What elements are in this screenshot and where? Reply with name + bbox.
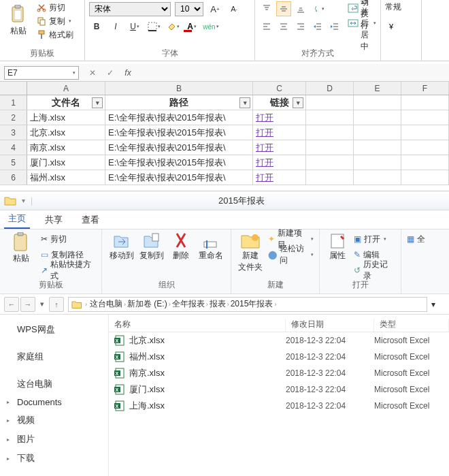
fx-icon[interactable]: fx — [121, 66, 135, 80]
cell-filename[interactable]: 厦门.xlsx — [27, 155, 105, 170]
cell-path[interactable]: E:\全年报表\报表\2015年报表\ — [105, 155, 253, 170]
merge-center-button[interactable]: 合并后居中▾ — [348, 16, 376, 30]
nav-homegroup[interactable]: 家庭组 — [3, 347, 105, 366]
col-D[interactable]: D — [306, 82, 354, 95]
file-row[interactable]: X福州.xlsx 2018-12-3 22:04 Microsoft Excel — [109, 349, 449, 365]
ex-delete-button[interactable]: 删除 — [167, 232, 196, 261]
row-5[interactable]: 5 — [0, 155, 27, 170]
header-link[interactable]: 链接 — [253, 95, 306, 110]
align-center-button[interactable] — [276, 19, 291, 34]
ex-cut-button[interactable]: ✂剪切 — [41, 232, 97, 246]
header-path[interactable]: 路径 — [105, 95, 253, 110]
copy-button[interactable]: 复制▾ — [37, 15, 73, 27]
cut-button[interactable]: 剪切 — [37, 1, 73, 14]
cell-path[interactable]: E:\全年报表\报表\2015年报表\ — [105, 140, 253, 155]
number-format-select[interactable]: 常规 — [385, 1, 417, 15]
cell-link[interactable]: 打开 — [253, 170, 306, 185]
cell-filename[interactable]: 福州.xlsx — [27, 170, 105, 185]
formula-input[interactable] — [139, 66, 445, 80]
cell-link[interactable]: 打开 — [253, 155, 306, 170]
increase-indent-button[interactable] — [327, 19, 342, 34]
align-top-button[interactable] — [259, 1, 274, 16]
paste-button[interactable]: 粘贴 — [4, 1, 33, 37]
border-button[interactable]: ▾ — [146, 19, 161, 34]
grow-font-button[interactable]: A+ — [207, 1, 222, 16]
tab-home[interactable]: 主页 — [4, 210, 30, 229]
col-B[interactable]: B — [105, 82, 253, 95]
worksheet[interactable]: A B C D E F 1 文件名 路径 链接 2 上海.xlsx E:\全年报… — [0, 82, 449, 185]
nav-up-button[interactable]: ↑ — [49, 297, 64, 312]
cell-path[interactable]: E:\全年报表\报表\2015年报表\ — [105, 170, 253, 185]
cell-link[interactable]: 打开 — [253, 110, 306, 125]
nav-downloads[interactable]: ▸下载 — [3, 449, 105, 468]
ex-newfolder-button[interactable]: 新建 文件夹 — [237, 232, 264, 273]
orientation-button[interactable]: ⤹▾ — [310, 1, 325, 16]
row-6[interactable]: 6 — [0, 170, 27, 185]
accept-formula-button[interactable]: ✓ — [103, 66, 117, 80]
name-box[interactable]: E7 ▾ — [4, 66, 79, 80]
col-header-type[interactable]: 类型 — [374, 319, 449, 332]
underline-button[interactable]: U▾ — [127, 19, 142, 34]
font-size-select[interactable]: 10 — [175, 2, 203, 16]
file-row[interactable]: X南京.xlsx 2018-12-3 22:04 Microsoft Excel — [109, 365, 449, 381]
col-E[interactable]: E — [354, 82, 401, 95]
ex-copy-button[interactable]: 复制到 — [137, 232, 166, 261]
crumb[interactable]: 这台电脑 — [90, 299, 122, 308]
cell-link[interactable]: 打开 — [253, 125, 306, 140]
header-filename[interactable]: 文件名 — [27, 95, 105, 110]
format-painter-button[interactable]: 格式刷 — [37, 29, 73, 41]
tab-view[interactable]: 查看 — [78, 211, 103, 229]
file-row[interactable]: X厦门.xlsx 2018-12-3 22:04 Microsoft Excel — [109, 381, 449, 398]
col-header-date[interactable]: 修改日期 — [286, 319, 374, 332]
shrink-font-button[interactable]: A- — [227, 1, 242, 16]
decrease-indent-button[interactable] — [310, 19, 325, 34]
cell-path[interactable]: E:\全年报表\报表\2015年报表\ — [105, 110, 253, 125]
nav-recent-button[interactable]: ▾ — [37, 297, 48, 312]
select-all-corner[interactable] — [0, 82, 27, 95]
row-1[interactable]: 1 — [0, 95, 27, 110]
cell-filename[interactable]: 上海.xlsx — [27, 110, 105, 125]
file-row[interactable]: X上海.xlsx 2018-12-3 22:04 Microsoft Excel — [109, 398, 449, 414]
italic-button[interactable]: I — [108, 19, 123, 34]
ex-rename-button[interactable]: 重命名 — [197, 232, 225, 261]
font-color-button[interactable]: A▾ — [184, 19, 199, 34]
row-3[interactable]: 3 — [0, 125, 27, 140]
col-F[interactable]: F — [401, 82, 449, 95]
nav-thispc[interactable]: 这台电脑 — [3, 375, 105, 394]
phonetic-button[interactable]: wén▾ — [203, 19, 218, 34]
ex-properties-button[interactable]: 属性 — [325, 232, 350, 277]
ex-history-button[interactable]: ↺历史记录 — [354, 264, 395, 277]
tab-share[interactable]: 共享 — [41, 211, 67, 229]
cell-filename[interactable]: 北京.xlsx — [27, 125, 105, 140]
ex-paste-shortcut-button[interactable]: ↗粘贴快捷方式 — [41, 264, 97, 277]
ex-paste-button[interactable]: 粘贴 — [5, 232, 37, 277]
nav-pictures[interactable]: ▸图片 — [3, 430, 105, 449]
col-C[interactable]: C — [253, 82, 306, 95]
ex-open-button[interactable]: ▣打开▾ — [354, 232, 395, 246]
align-right-button[interactable] — [293, 19, 308, 34]
row-2[interactable]: 2 — [0, 110, 27, 125]
crumb[interactable]: 报表 — [210, 299, 226, 308]
align-bottom-button[interactable] — [293, 1, 308, 16]
font-family-select[interactable]: 宋体 — [89, 2, 171, 16]
cancel-formula-button[interactable]: ✕ — [86, 66, 99, 80]
nav-wps[interactable]: WPS网盘 — [3, 320, 105, 339]
nav-documents[interactable]: ▸Documents — [3, 394, 105, 411]
cell-path[interactable]: E:\全年报表\报表\2015年报表\ — [105, 125, 253, 140]
nav-forward-button[interactable]: → — [20, 297, 35, 312]
ex-easyaccess-button[interactable]: ⬤轻松访问▾ — [268, 248, 314, 261]
cell-filename[interactable]: 南京.xlsx — [27, 140, 105, 155]
nav-videos[interactable]: ▸视频 — [3, 411, 105, 430]
fill-color-button[interactable]: ▾ — [165, 19, 180, 34]
address-dropdown[interactable]: ▾ — [431, 300, 445, 309]
crumb[interactable]: 新加卷 (E:) — [127, 299, 167, 308]
ex-select-all-button[interactable]: ▦全 — [407, 232, 423, 246]
bold-button[interactable]: B — [89, 19, 104, 34]
breadcrumb[interactable]: › 这台电脑›新加卷 (E:)›全年报表›报表›2015年报表› — [68, 297, 427, 312]
align-middle-button[interactable] — [276, 1, 291, 16]
col-A[interactable]: A — [27, 82, 105, 95]
crumb[interactable]: 全年报表 — [172, 299, 205, 308]
align-left-button[interactable] — [259, 19, 274, 34]
row-4[interactable]: 4 — [0, 140, 27, 155]
nav-back-button[interactable]: ← — [4, 297, 19, 312]
